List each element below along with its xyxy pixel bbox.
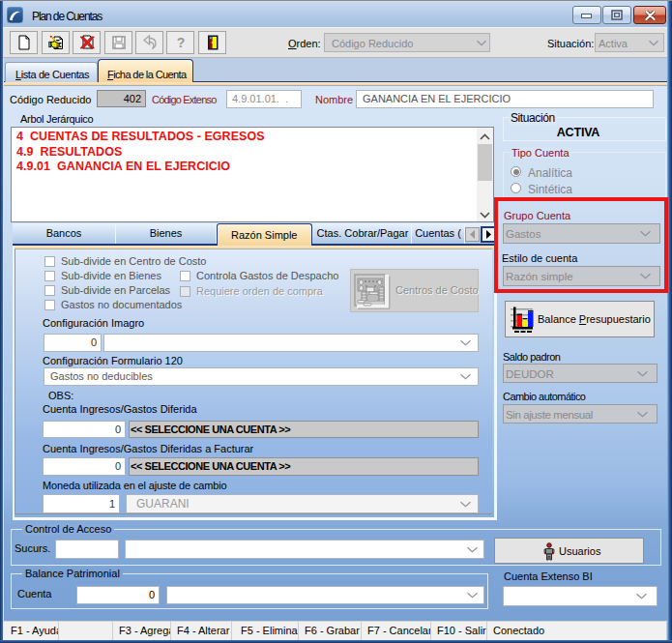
svg-text:?: ? [176,35,185,50]
